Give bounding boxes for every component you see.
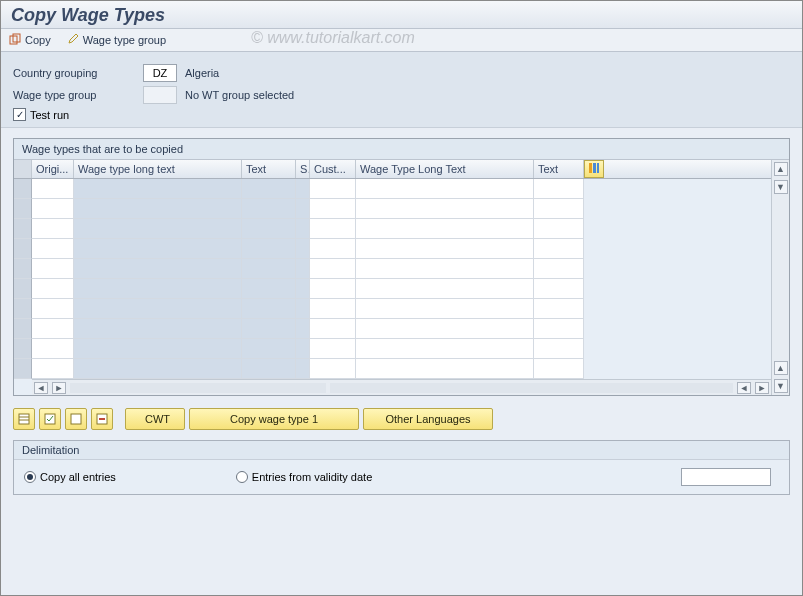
country-grouping-input[interactable] <box>143 64 177 82</box>
cell-origi[interactable] <box>32 179 74 199</box>
column-header-cust[interactable]: Cust... <box>310 160 356 178</box>
cell-wtlt[interactable] <box>74 179 242 199</box>
column-config-button[interactable] <box>584 160 604 178</box>
icon-button-4[interactable] <box>91 408 113 430</box>
cell-cust[interactable] <box>310 359 356 379</box>
cell-wtlt[interactable] <box>74 339 242 359</box>
cell-wtlt2[interactable] <box>356 339 534 359</box>
cell-s[interactable] <box>296 259 310 279</box>
hscroll-left-track[interactable] <box>70 383 326 393</box>
cell-text[interactable] <box>242 259 296 279</box>
cell-text2[interactable] <box>534 259 584 279</box>
cell-origi[interactable] <box>32 319 74 339</box>
cell-s[interactable] <box>296 219 310 239</box>
hscroll-right-track[interactable] <box>330 383 733 393</box>
cell-wtlt[interactable] <box>74 239 242 259</box>
cell-sel[interactable] <box>14 179 32 199</box>
other-languages-button[interactable]: Other Languages <box>363 408 493 430</box>
icon-button-3[interactable] <box>65 408 87 430</box>
cell-wtlt2[interactable] <box>356 219 534 239</box>
cell-text[interactable] <box>242 319 296 339</box>
test-run-checkbox[interactable]: ✓ <box>13 108 26 121</box>
vscroll-up-2[interactable]: ▲ <box>774 361 788 375</box>
column-header-selector[interactable] <box>14 160 32 178</box>
cell-wtlt[interactable] <box>74 279 242 299</box>
cwt-button[interactable]: CWT <box>125 408 185 430</box>
hscroll-left-next[interactable]: ► <box>52 382 66 394</box>
cell-cust[interactable] <box>310 339 356 359</box>
cell-wtlt[interactable] <box>74 259 242 279</box>
cell-text2[interactable] <box>534 319 584 339</box>
cell-origi[interactable] <box>32 339 74 359</box>
cell-cust[interactable] <box>310 299 356 319</box>
cell-wtlt2[interactable] <box>356 239 534 259</box>
column-header-wage-type-long-text[interactable]: Wage type long text <box>74 160 242 178</box>
cell-sel[interactable] <box>14 239 32 259</box>
hscroll-right-prev[interactable]: ◄ <box>737 382 751 394</box>
cell-text[interactable] <box>242 179 296 199</box>
toolbar-copy-button[interactable]: Copy <box>9 33 51 47</box>
vscroll-down[interactable]: ▼ <box>774 180 788 194</box>
cell-s[interactable] <box>296 339 310 359</box>
cell-text[interactable] <box>242 239 296 259</box>
cell-sel[interactable] <box>14 279 32 299</box>
cell-text[interactable] <box>242 359 296 379</box>
radio-from-date[interactable] <box>236 471 248 483</box>
cell-wtlt[interactable] <box>74 219 242 239</box>
cell-text[interactable] <box>242 299 296 319</box>
cell-cust[interactable] <box>310 279 356 299</box>
cell-origi[interactable] <box>32 239 74 259</box>
cell-wtlt[interactable] <box>74 359 242 379</box>
hscroll-right-section[interactable]: ◄ ► <box>328 379 771 395</box>
cell-wtlt2[interactable] <box>356 319 534 339</box>
cell-sel[interactable] <box>14 319 32 339</box>
cell-origi[interactable] <box>32 259 74 279</box>
cell-origi[interactable] <box>32 359 74 379</box>
cell-sel[interactable] <box>14 299 32 319</box>
hscroll-left-section[interactable]: ◄ ► <box>32 379 328 395</box>
icon-button-2[interactable] <box>39 408 61 430</box>
cell-wtlt[interactable] <box>74 319 242 339</box>
cell-text2[interactable] <box>534 359 584 379</box>
column-header-wage-type-long-text-2[interactable]: Wage Type Long Text <box>356 160 534 178</box>
vscroll-down-2[interactable]: ▼ <box>774 379 788 393</box>
cell-origi[interactable] <box>32 279 74 299</box>
cell-cust[interactable] <box>310 319 356 339</box>
cell-sel[interactable] <box>14 199 32 219</box>
column-header-text[interactable]: Text <box>242 160 296 178</box>
hscroll-right-next[interactable]: ► <box>755 382 769 394</box>
cell-text[interactable] <box>242 219 296 239</box>
hscroll-left-prev[interactable]: ◄ <box>34 382 48 394</box>
cell-text2[interactable] <box>534 239 584 259</box>
cell-cust[interactable] <box>310 219 356 239</box>
cell-s[interactable] <box>296 199 310 219</box>
cell-s[interactable] <box>296 239 310 259</box>
cell-text[interactable] <box>242 279 296 299</box>
column-header-s[interactable]: S <box>296 160 310 178</box>
column-header-original[interactable]: Origi... <box>32 160 74 178</box>
cell-text2[interactable] <box>534 339 584 359</box>
icon-button-1[interactable] <box>13 408 35 430</box>
vscroll-up[interactable]: ▲ <box>774 162 788 176</box>
cell-sel[interactable] <box>14 219 32 239</box>
cell-sel[interactable] <box>14 359 32 379</box>
cell-s[interactable] <box>296 279 310 299</box>
cell-cust[interactable] <box>310 179 356 199</box>
validity-date-input[interactable] <box>681 468 771 486</box>
cell-text2[interactable] <box>534 179 584 199</box>
cell-wtlt[interactable] <box>74 199 242 219</box>
cell-sel[interactable] <box>14 339 32 359</box>
cell-text2[interactable] <box>534 219 584 239</box>
vertical-scrollbar[interactable]: ▲ ▼ ▲ ▼ <box>771 160 789 395</box>
radio-copy-all[interactable] <box>24 471 36 483</box>
cell-wtlt2[interactable] <box>356 199 534 219</box>
cell-cust[interactable] <box>310 259 356 279</box>
cell-s[interactable] <box>296 359 310 379</box>
cell-text[interactable] <box>242 199 296 219</box>
cell-wtlt2[interactable] <box>356 259 534 279</box>
cell-text2[interactable] <box>534 279 584 299</box>
toolbar-wt-group-button[interactable]: Wage type group <box>67 33 166 47</box>
cell-text2[interactable] <box>534 199 584 219</box>
column-header-text-2[interactable]: Text <box>534 160 584 178</box>
cell-wtlt2[interactable] <box>356 179 534 199</box>
